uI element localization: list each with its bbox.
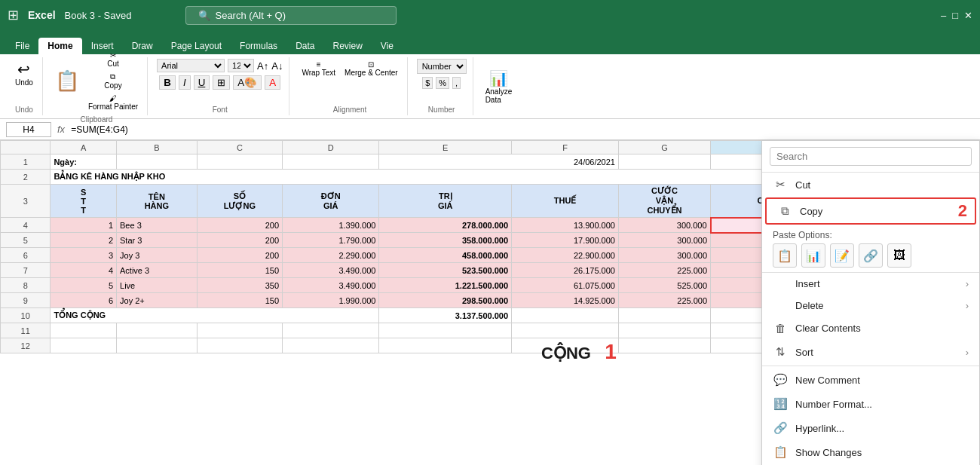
cut-button[interactable]: ✂Cut (85, 50, 141, 69)
ctx-delete-item[interactable]: Delete › (762, 295, 979, 317)
maximize-icon[interactable]: □ (952, 10, 958, 21)
cell-e3[interactable]: TRỊGIÁ (379, 185, 512, 218)
italic-button[interactable]: I (179, 75, 191, 90)
cell-c5[interactable]: 200 (197, 233, 282, 248)
cell-f12[interactable] (512, 338, 619, 353)
font-color-button[interactable]: A (265, 75, 280, 90)
ctx-cut-item[interactable]: ✂ Cut (762, 173, 979, 197)
paste-icon-5[interactable]: 🖼 (887, 243, 911, 268)
cell-g1[interactable] (618, 154, 710, 170)
cell-a12[interactable] (51, 338, 117, 353)
cell-d12[interactable] (283, 338, 379, 353)
cell-a2[interactable]: BẢNG KÊ HÀNG NHẬP KHO (51, 170, 829, 185)
cell-e10[interactable]: 3.137.500.000 (379, 308, 512, 323)
cell-d8[interactable]: 3.490.000 (283, 278, 379, 293)
cell-a7[interactable]: 4 (51, 263, 117, 278)
comma-button[interactable]: % (436, 77, 449, 89)
increase-font-button[interactable]: A↑ (257, 60, 268, 72)
ctx-search-input[interactable] (770, 147, 972, 166)
cell-b4[interactable]: Bee 3 (117, 218, 198, 233)
tab-page-layout[interactable]: Page Layout (162, 38, 231, 54)
cell-f4[interactable]: 13.900.000 (512, 218, 619, 233)
cell-e7[interactable]: 523.500.000 (379, 263, 512, 278)
cell-g6[interactable]: 300.000 (618, 248, 710, 263)
paste-icon-4[interactable]: 🔗 (859, 243, 883, 268)
cell-g10[interactable] (618, 308, 710, 323)
cell-c3[interactable]: SỐLƯỢNG (197, 185, 282, 218)
cell-d4[interactable]: 1.390.000 (283, 218, 379, 233)
paste-icon-3[interactable]: 📝 (830, 243, 854, 268)
col-header-c[interactable]: C (197, 141, 282, 154)
cell-f7[interactable]: 26.175.000 (512, 263, 619, 278)
cell-a9[interactable]: 6 (51, 293, 117, 308)
tab-data[interactable]: Data (286, 38, 323, 54)
cell-g4[interactable]: 300.000 (618, 218, 710, 233)
cell-c4[interactable]: 200 (197, 218, 282, 233)
cell-g3[interactable]: CƯỚCVẬNCHUYỂN (618, 185, 710, 218)
cell-a1[interactable]: Ngày: (51, 154, 117, 170)
ctx-new-comment-item[interactable]: 💬 New Comment (762, 368, 979, 392)
cell-a3[interactable]: STT (51, 185, 117, 218)
cell-f6[interactable]: 22.900.000 (512, 248, 619, 263)
ctx-number-format-item[interactable]: 🔢 Number Format... (762, 392, 979, 416)
ctx-copy-item[interactable]: ⧉ Copy 2 (765, 197, 976, 225)
cell-d5[interactable]: 1.790.000 (283, 233, 379, 248)
cell-b11[interactable] (117, 323, 198, 338)
cell-f11[interactable] (512, 323, 619, 338)
ctx-sort-item[interactable]: ⇅ Sort › (762, 340, 979, 364)
undo-button[interactable]: ↩Undo (12, 59, 36, 88)
cell-a6[interactable]: 3 (51, 248, 117, 263)
cell-f5[interactable]: 17.900.000 (512, 233, 619, 248)
number-format-select[interactable]: Number (417, 59, 467, 74)
cell-a11[interactable] (51, 323, 117, 338)
cell-a8[interactable]: 5 (51, 278, 117, 293)
cell-f8[interactable]: 61.075.000 (512, 278, 619, 293)
merge-center-button[interactable]: ⊡Merge & Center (341, 59, 401, 78)
paste-icon-2[interactable]: 📊 (801, 243, 825, 268)
cell-e8[interactable]: 1.221.500.000 (379, 278, 512, 293)
cell-b7[interactable]: Active 3 (117, 263, 198, 278)
col-header-e[interactable]: E (379, 141, 512, 154)
cell-c11[interactable] (197, 323, 282, 338)
minimize-icon[interactable]: – (941, 10, 946, 21)
copy-button[interactable]: ⧉Copy (85, 71, 141, 91)
cell-g8[interactable]: 525.000 (618, 278, 710, 293)
cell-g11[interactable] (618, 323, 710, 338)
cell-e5[interactable]: 358.000.000 (379, 233, 512, 248)
underline-button[interactable]: U (194, 75, 210, 90)
cell-c8[interactable]: 350 (197, 278, 282, 293)
col-header-a[interactable]: A (51, 141, 117, 154)
format-painter-button[interactable]: 🖌Format Painter (85, 93, 141, 112)
col-header-b[interactable]: B (117, 141, 198, 154)
formula-content[interactable]: =SUM(E4:G4) (71, 124, 974, 135)
cell-e12[interactable] (379, 338, 512, 353)
cell-f9[interactable]: 14.925.000 (512, 293, 619, 308)
analyze-data-button[interactable]: 📊AnalyzeData (482, 68, 516, 106)
cell-c7[interactable]: 150 (197, 263, 282, 278)
col-header-f[interactable]: F (512, 141, 619, 154)
cell-b6[interactable]: Joy 3 (117, 248, 198, 263)
fill-color-button[interactable]: A🎨 (233, 75, 262, 90)
tab-review[interactable]: Review (323, 38, 371, 54)
cell-e9[interactable]: 298.500.000 (379, 293, 512, 308)
cell-c1[interactable] (197, 154, 282, 170)
cell-e4[interactable]: 278.000.000 (379, 218, 512, 233)
cell-d9[interactable]: 1.990.000 (283, 293, 379, 308)
close-icon[interactable]: ✕ (964, 10, 972, 21)
font-name-select[interactable]: Arial (157, 59, 225, 72)
tab-formulas[interactable]: Formulas (231, 38, 286, 54)
decrease-font-button[interactable]: A↓ (271, 60, 283, 72)
global-search-box[interactable]: 🔍 Search (Alt + Q) (185, 6, 397, 25)
cell-d7[interactable]: 3.490.000 (283, 263, 379, 278)
percent-button[interactable]: $ (422, 77, 433, 89)
cell-g5[interactable]: 300.000 (618, 233, 710, 248)
cell-b1[interactable] (117, 154, 198, 170)
cell-reference[interactable]: H4 (6, 122, 51, 137)
ctx-insert-item[interactable]: Insert › (762, 273, 979, 295)
cell-f3[interactable]: THUẾ (512, 185, 619, 218)
cell-a10[interactable]: TỔNG CỘNG (51, 308, 379, 323)
ctx-clear-contents-item[interactable]: 🗑 Clear Contents (762, 317, 979, 340)
col-header-g[interactable]: G (618, 141, 710, 154)
ctx-hyperlink-item[interactable]: 🔗 Hyperlink... (762, 416, 979, 440)
cell-c9[interactable]: 150 (197, 293, 282, 308)
